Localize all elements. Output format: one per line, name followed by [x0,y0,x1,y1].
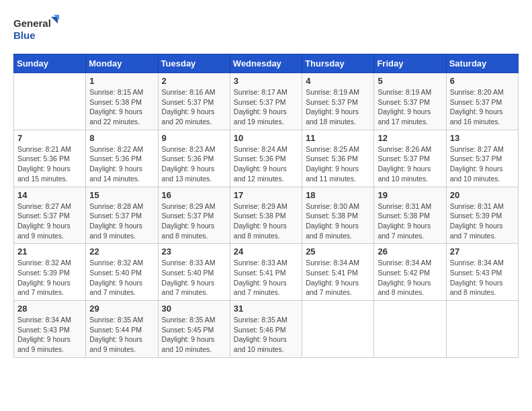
day-number: 18 [306,190,370,200]
calendar-cell: 29Sunrise: 8:35 AM Sunset: 5:44 PM Dayli… [86,301,158,358]
day-number: 8 [89,133,154,143]
calendar-cell: 14Sunrise: 8:27 AM Sunset: 5:37 PM Dayli… [14,187,86,244]
day-info: Sunrise: 8:32 AM Sunset: 5:40 PM Dayligh… [89,258,154,298]
day-info: Sunrise: 8:26 AM Sunset: 5:37 PM Dayligh… [378,144,442,184]
header-row: SundayMondayTuesdayWednesdayThursdayFrid… [14,54,519,73]
svg-text:Blue: Blue [13,30,36,41]
day-number: 2 [162,76,226,86]
calendar-cell: 24Sunrise: 8:33 AM Sunset: 5:41 PM Dayli… [230,244,302,301]
day-info: Sunrise: 8:29 AM Sunset: 5:37 PM Dayligh… [162,201,226,241]
day-info: Sunrise: 8:34 AM Sunset: 5:43 PM Dayligh… [17,315,82,355]
calendar-cell: 30Sunrise: 8:35 AM Sunset: 5:45 PM Dayli… [158,301,230,358]
calendar-cell: 21Sunrise: 8:32 AM Sunset: 5:39 PM Dayli… [14,244,86,301]
calendar-cell: 13Sunrise: 8:27 AM Sunset: 5:37 PM Dayli… [446,130,518,187]
day-info: Sunrise: 8:24 AM Sunset: 5:36 PM Dayligh… [234,144,298,184]
calendar-cell: 18Sunrise: 8:30 AM Sunset: 5:38 PM Dayli… [302,187,374,244]
day-info: Sunrise: 8:31 AM Sunset: 5:39 PM Dayligh… [450,201,515,241]
day-info: Sunrise: 8:27 AM Sunset: 5:37 PM Dayligh… [17,201,82,241]
day-info: Sunrise: 8:33 AM Sunset: 5:40 PM Dayligh… [162,258,226,298]
week-row-4: 21Sunrise: 8:32 AM Sunset: 5:39 PM Dayli… [14,244,519,301]
day-info: Sunrise: 8:19 AM Sunset: 5:37 PM Dayligh… [378,87,442,127]
svg-text:General: General [13,17,51,29]
day-number: 30 [162,304,226,314]
day-info: Sunrise: 8:25 AM Sunset: 5:36 PM Dayligh… [306,144,370,184]
day-number: 31 [234,304,298,314]
day-number: 7 [17,133,82,143]
day-info: Sunrise: 8:33 AM Sunset: 5:41 PM Dayligh… [234,258,298,298]
calendar-cell [374,301,446,358]
calendar-cell: 26Sunrise: 8:34 AM Sunset: 5:42 PM Dayli… [374,244,446,301]
calendar-cell: 1Sunrise: 8:15 AM Sunset: 5:38 PM Daylig… [86,73,158,130]
week-row-2: 7Sunrise: 8:21 AM Sunset: 5:36 PM Daylig… [14,130,519,187]
day-number: 12 [378,133,442,143]
day-number: 13 [450,133,515,143]
calendar-cell: 17Sunrise: 8:29 AM Sunset: 5:38 PM Dayli… [230,187,302,244]
day-number: 9 [162,133,226,143]
day-number: 28 [17,304,82,314]
column-header-wednesday: Wednesday [230,54,302,73]
day-info: Sunrise: 8:27 AM Sunset: 5:37 PM Dayligh… [450,144,515,184]
day-info: Sunrise: 8:34 AM Sunset: 5:42 PM Dayligh… [378,258,442,298]
day-number: 22 [89,246,154,257]
day-info: Sunrise: 8:34 AM Sunset: 5:41 PM Dayligh… [306,258,370,298]
calendar-cell: 15Sunrise: 8:28 AM Sunset: 5:37 PM Dayli… [86,187,158,244]
calendar-cell: 19Sunrise: 8:31 AM Sunset: 5:38 PM Dayli… [374,187,446,244]
day-number: 4 [306,76,370,86]
day-info: Sunrise: 8:29 AM Sunset: 5:38 PM Dayligh… [234,201,298,241]
day-number: 10 [234,133,298,143]
day-number: 1 [89,76,154,86]
day-number: 29 [89,304,154,314]
day-number: 21 [17,246,82,257]
day-info: Sunrise: 8:34 AM Sunset: 5:43 PM Dayligh… [450,258,515,298]
day-info: Sunrise: 8:32 AM Sunset: 5:39 PM Dayligh… [17,258,82,298]
day-info: Sunrise: 8:23 AM Sunset: 5:36 PM Dayligh… [162,144,226,184]
column-header-monday: Monday [86,54,158,73]
calendar-cell: 22Sunrise: 8:32 AM Sunset: 5:40 PM Dayli… [86,244,158,301]
day-number: 16 [162,190,226,200]
day-number: 27 [450,246,515,257]
calendar-cell: 7Sunrise: 8:21 AM Sunset: 5:36 PM Daylig… [14,130,86,187]
page-header: General Blue [13,13,519,47]
column-header-thursday: Thursday [302,54,374,73]
day-number: 15 [89,190,154,200]
calendar-cell [446,301,518,358]
day-info: Sunrise: 8:16 AM Sunset: 5:37 PM Dayligh… [162,87,226,127]
calendar-cell: 28Sunrise: 8:34 AM Sunset: 5:43 PM Dayli… [14,301,86,358]
calendar-cell: 23Sunrise: 8:33 AM Sunset: 5:40 PM Dayli… [158,244,230,301]
day-number: 20 [450,190,515,200]
calendar-cell: 6Sunrise: 8:20 AM Sunset: 5:37 PM Daylig… [446,73,518,130]
calendar-cell: 11Sunrise: 8:25 AM Sunset: 5:36 PM Dayli… [302,130,374,187]
day-number: 26 [378,246,442,257]
day-info: Sunrise: 8:19 AM Sunset: 5:37 PM Dayligh… [306,87,370,127]
day-info: Sunrise: 8:35 AM Sunset: 5:45 PM Dayligh… [162,315,226,355]
day-number: 3 [234,76,298,86]
day-info: Sunrise: 8:22 AM Sunset: 5:36 PM Dayligh… [89,144,154,184]
calendar-cell: 25Sunrise: 8:34 AM Sunset: 5:41 PM Dayli… [302,244,374,301]
day-info: Sunrise: 8:31 AM Sunset: 5:38 PM Dayligh… [378,201,442,241]
calendar-table: SundayMondayTuesdayWednesdayThursdayFrid… [13,54,519,358]
week-row-3: 14Sunrise: 8:27 AM Sunset: 5:37 PM Dayli… [14,187,519,244]
calendar-cell: 2Sunrise: 8:16 AM Sunset: 5:37 PM Daylig… [158,73,230,130]
column-header-friday: Friday [374,54,446,73]
day-number: 14 [17,190,82,200]
day-info: Sunrise: 8:30 AM Sunset: 5:38 PM Dayligh… [306,201,370,241]
calendar-cell: 12Sunrise: 8:26 AM Sunset: 5:37 PM Dayli… [374,130,446,187]
logo-svg: General Blue [13,13,60,47]
calendar-cell: 3Sunrise: 8:17 AM Sunset: 5:37 PM Daylig… [230,73,302,130]
day-info: Sunrise: 8:21 AM Sunset: 5:36 PM Dayligh… [17,144,82,184]
day-info: Sunrise: 8:17 AM Sunset: 5:37 PM Dayligh… [234,87,298,127]
calendar-cell: 27Sunrise: 8:34 AM Sunset: 5:43 PM Dayli… [446,244,518,301]
calendar-cell: 4Sunrise: 8:19 AM Sunset: 5:37 PM Daylig… [302,73,374,130]
day-number: 11 [306,133,370,143]
calendar-cell: 10Sunrise: 8:24 AM Sunset: 5:36 PM Dayli… [230,130,302,187]
calendar-cell: 9Sunrise: 8:23 AM Sunset: 5:36 PM Daylig… [158,130,230,187]
week-row-1: 1Sunrise: 8:15 AM Sunset: 5:38 PM Daylig… [14,73,519,130]
day-number: 24 [234,246,298,257]
calendar-cell: 8Sunrise: 8:22 AM Sunset: 5:36 PM Daylig… [86,130,158,187]
column-header-saturday: Saturday [446,54,518,73]
calendar-cell: 20Sunrise: 8:31 AM Sunset: 5:39 PM Dayli… [446,187,518,244]
day-number: 6 [450,76,515,86]
calendar-cell: 31Sunrise: 8:35 AM Sunset: 5:46 PM Dayli… [230,301,302,358]
day-number: 19 [378,190,442,200]
calendar-cell [302,301,374,358]
